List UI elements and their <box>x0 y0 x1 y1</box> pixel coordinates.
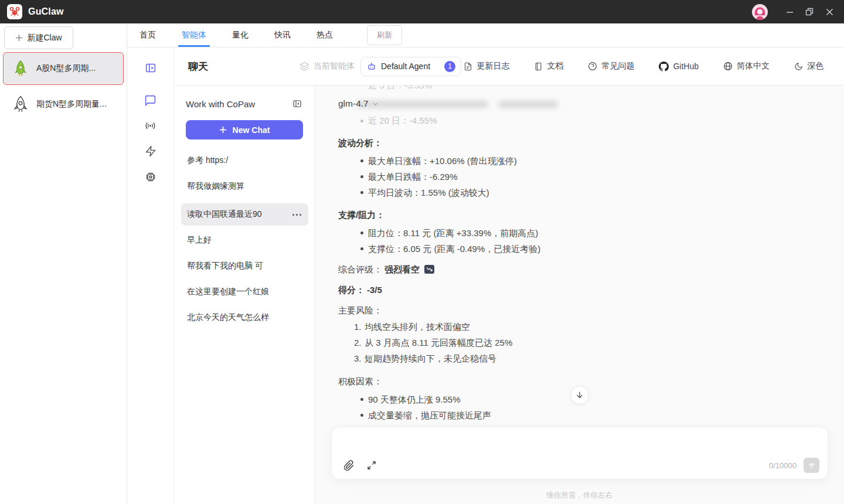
blurred-text-placeholder <box>499 101 557 108</box>
char-counter: 0/10000 <box>769 461 797 470</box>
footer-slogan: 懂你所需，伴你左右 <box>315 491 844 500</box>
plus-icon <box>219 126 227 134</box>
tab-home[interactable]: 首页 <box>139 23 156 47</box>
robot-icon <box>367 62 376 71</box>
theme-toggle-link[interactable]: 深色 <box>794 61 823 71</box>
tab-agents[interactable]: 智能体 <box>182 23 206 47</box>
faded-bullet-line: 近 20 日：-4.55% <box>338 113 690 128</box>
faq-link[interactable]: 常见问题 <box>588 61 634 71</box>
cpu-chip-icon[interactable] <box>145 170 156 184</box>
github-icon <box>659 62 669 71</box>
new-claw-label: 新建Claw <box>27 33 62 43</box>
tab-quant[interactable]: 量化 <box>232 23 249 47</box>
history-item-selected[interactable]: 读取中国联通最近90 <box>181 203 308 226</box>
list-item: 从 3 月高点 8.11 元回落幅度已达 25% <box>338 335 690 350</box>
chat-panel-header: 聊天 当前智能体 <box>174 47 844 86</box>
user-avatar[interactable] <box>752 4 768 20</box>
arrow-up-icon <box>807 461 816 470</box>
send-button[interactable] <box>804 458 819 473</box>
list-item: 支撑位：6.05 元 (距离 -0.49%，已接近考验) <box>338 241 690 257</box>
rocket-icon <box>11 59 30 79</box>
message-input[interactable] <box>343 433 819 457</box>
paperclip-icon <box>343 460 355 471</box>
lightning-icon[interactable] <box>145 144 156 158</box>
chevron-down-icon <box>372 100 379 108</box>
more-options-icon[interactable] <box>291 212 302 218</box>
chat-sidebar-title: Work with CoPaw <box>186 99 255 109</box>
history-item[interactable]: 早上好 <box>181 231 308 249</box>
agent-name: Default Agent <box>381 62 430 71</box>
model-selector[interactable]: glm-4.7 <box>338 98 379 109</box>
restore-button[interactable] <box>801 3 818 21</box>
minimize-button[interactable] <box>781 3 798 21</box>
tool-icon-rail <box>127 47 174 504</box>
layers-icon <box>300 62 309 71</box>
refresh-button[interactable]: 刷新 <box>367 25 402 45</box>
new-chat-button[interactable]: New Chat <box>186 120 303 139</box>
attach-file-button[interactable] <box>343 460 355 471</box>
agent-count-badge: 1 <box>444 61 455 72</box>
new-claw-button[interactable]: 新建Claw <box>4 26 73 49</box>
volatility-list: 最大单日涨幅：+10.06% (曾出现涨停) 最大单日跌幅：-6.29% 平均日… <box>338 153 690 200</box>
list-item: 最大单日涨幅：+10.06% (曾出现涨停) <box>338 153 690 169</box>
history-item[interactable]: 北京今天的天气怎么样 <box>181 309 308 326</box>
support-list: 阻力位：8.11 元 (距离 +33.39%，前期高点) 支撑位：6.05 元 … <box>338 225 690 257</box>
tab-news[interactable]: 快讯 <box>274 23 291 47</box>
agent-item-label: 期货N型多周期量... <box>36 99 107 110</box>
agent-selector-pill[interactable]: Default Agent 1 <box>360 57 461 76</box>
rocket-outline-icon <box>11 94 30 114</box>
changelog-link[interactable]: 更新日志 <box>464 61 509 71</box>
panel-toggle-icon[interactable] <box>144 61 157 75</box>
section-title-volatility: 波动分析： <box>338 135 690 151</box>
history-item[interactable]: 在这里要创建一个红娘 <box>181 283 308 301</box>
top-tab-bar: 首页 智能体 量化 快讯 热点 刷新 <box>127 23 844 47</box>
collapse-sidebar-icon[interactable] <box>292 98 302 109</box>
section-title-risks: 主要风险： <box>338 302 690 318</box>
language-link[interactable]: 简体中文 <box>723 61 770 71</box>
globe-icon <box>723 62 733 71</box>
agent-item-label: A股N型多周期... <box>36 63 96 74</box>
changelog-icon <box>464 62 472 71</box>
window-titlebar: GuClaw <box>0 0 844 23</box>
list-item: 阻力位：8.11 元 (距离 +33.39%，前期高点) <box>338 225 690 241</box>
clipped-scrolled-line: 近 5 日：-3.55% <box>338 86 690 91</box>
chart-down-icon <box>424 265 434 274</box>
app-logo-icon <box>7 4 22 19</box>
tab-hot[interactable]: 热点 <box>316 23 333 47</box>
section-title-positives: 积极因素： <box>338 373 690 389</box>
list-item: 平均日波动：1.55% (波动较大) <box>338 185 690 200</box>
list-item: 短期趋势持续向下，未见企稳信号 <box>338 350 690 366</box>
history-item[interactable]: 帮我看下我的电脑 可 <box>181 257 308 275</box>
close-button[interactable] <box>821 3 838 21</box>
moon-icon <box>794 62 803 71</box>
agent-item-stock[interactable]: A股N型多周期... <box>3 52 124 85</box>
list-item: 90 天整体仍上涨 9.55% <box>338 391 690 407</box>
current-agent-label: 当前智能体 <box>300 61 355 71</box>
assistant-message: 近 5 日：-3.55% glm-4.7 近 20 日：-4.55% <box>338 86 690 439</box>
section-title-support: 支撑/阻力： <box>338 207 690 223</box>
risks-list: 均线空头排列，技术面偏空 从 3 月高点 8.11 元回落幅度已达 25% 短期… <box>338 319 690 366</box>
chat-message-area: 近 5 日：-3.55% glm-4.7 近 20 日：-4.55% <box>315 86 844 504</box>
scroll-to-bottom-button[interactable] <box>570 386 589 404</box>
rating-line: 综合评级：强烈看空 <box>338 261 690 277</box>
score-line: 得分：-3/5 <box>338 282 690 298</box>
history-item[interactable]: 帮我做姻缘测算 <box>181 178 308 195</box>
agent-item-futures[interactable]: 期货N型多周期量... <box>3 88 124 121</box>
list-item: 成交量萎缩，抛压可能接近尾声 <box>338 407 690 423</box>
expand-icon <box>367 461 376 470</box>
github-link[interactable]: GitHub <box>659 62 699 71</box>
history-item[interactable]: 参考 https:/ <box>181 152 308 169</box>
docs-link[interactable]: 文档 <box>534 61 563 71</box>
app-title: GuClaw <box>28 6 64 17</box>
chat-history-sidebar: Work with CoPaw New Chat <box>174 86 315 504</box>
chat-bubble-icon[interactable] <box>144 93 156 107</box>
question-circle-icon <box>588 62 597 71</box>
plus-icon <box>15 34 23 42</box>
docs-icon <box>534 62 543 71</box>
page-title: 聊天 <box>188 60 300 73</box>
message-composer: 0/10000 <box>331 427 828 479</box>
broadcast-icon[interactable] <box>144 118 156 132</box>
list-item: 最大单日跌幅：-6.29% <box>338 169 690 185</box>
expand-composer-button[interactable] <box>367 461 376 470</box>
arrow-down-icon <box>575 390 584 400</box>
